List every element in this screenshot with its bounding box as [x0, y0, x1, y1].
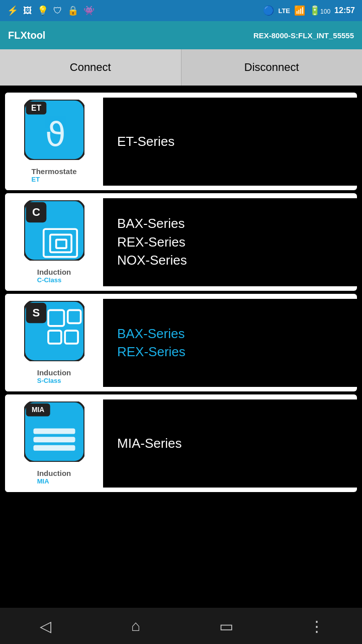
bottom-navigation: ◁ ⌂ ▭ ⋮ — [0, 608, 362, 644]
device-list: ET ϑ Thermostate ET ET-Series C — [0, 86, 362, 499]
list-item[interactable]: MIA Induction MIA MIA-Series — [5, 394, 357, 492]
s-class-icon: S — [24, 301, 84, 361]
usb-icon: ⚡ — [7, 5, 18, 16]
svg-text:ET: ET — [31, 104, 41, 112]
more-button[interactable]: ⋮ — [302, 611, 332, 641]
disconnect-button[interactable]: Disconnect — [182, 49, 363, 86]
c-class-card-sub: C-Class — [37, 276, 71, 284]
status-bar: ⚡ 🖼 💡 🛡 🔒 👾 🔵 LTE 📶 🔋100 12:57 — [0, 0, 362, 21]
mia-icon: MIA — [24, 401, 84, 462]
app-bar: FLXtool REX-8000-S:FLX_INT_55555 — [0, 21, 362, 49]
svg-text:MIA: MIA — [32, 406, 44, 414]
svg-rect-26 — [33, 445, 75, 451]
mia-right: MIA-Series — [103, 399, 357, 488]
mia-series-label: MIA-Series — [117, 434, 182, 452]
bax-rex-highlight-label: BAX-SeriesREX-Series — [117, 325, 186, 361]
svg-text:ϑ: ϑ — [45, 116, 66, 153]
et-series-label: ET-Series — [117, 132, 174, 150]
s-class-card-sub: S-Class — [37, 377, 71, 384]
mia-card-label: Induction — [37, 469, 71, 477]
status-time: 12:57 — [334, 6, 355, 15]
svg-rect-24 — [33, 429, 75, 434]
bax-rex-nox-label: BAX-SeriesREX-SeriesNOX-Series — [117, 214, 187, 269]
c-class-card-label: Induction — [37, 268, 71, 276]
app-title: FLXtool — [8, 30, 45, 41]
list-item[interactable]: S Induction S-Class BAX-SeriesREX-Series — [5, 294, 357, 391]
recents-button[interactable]: ▭ — [211, 611, 241, 641]
app-device: REX-8000-S:FLX_INT_55555 — [253, 31, 354, 40]
et-right: ET-Series — [103, 98, 357, 186]
list-item[interactable]: C Induction C-Class BAX-SeriesREX-Series… — [5, 193, 357, 291]
back-button[interactable]: ◁ — [30, 611, 60, 641]
bluetooth-icon: 🔵 — [263, 5, 274, 16]
svg-rect-25 — [33, 437, 75, 442]
c-class-icon: C — [24, 200, 84, 261]
bulb-icon: 💡 — [37, 5, 48, 16]
connect-button[interactable]: Connect — [0, 49, 182, 86]
svg-text:C: C — [32, 206, 40, 218]
s-class-card-label: Induction — [37, 368, 71, 377]
s-class-right: BAX-SeriesREX-Series — [103, 299, 357, 387]
home-button[interactable]: ⌂ — [121, 611, 151, 641]
mia-card-sub: MIA — [37, 477, 71, 485]
status-right-icons: 🔵 LTE 📶 🔋100 12:57 — [263, 5, 355, 16]
svg-text:S: S — [32, 306, 40, 319]
list-item[interactable]: ET ϑ Thermostate ET ET-Series — [5, 93, 357, 190]
mia-card: MIA Induction MIA — [5, 394, 103, 492]
bottom-spacer — [0, 499, 362, 539]
s-class-card: S Induction S-Class — [5, 294, 103, 391]
shield-icon: 🛡 — [53, 6, 62, 16]
et-card: ET ϑ Thermostate ET — [5, 93, 103, 190]
action-buttons: Connect Disconnect — [0, 49, 362, 86]
lock-icon: 🔒 — [67, 5, 78, 16]
battery-icon: 🔋100 — [309, 5, 330, 16]
signal-icon: 📶 — [294, 5, 305, 16]
status-left-icons: ⚡ 🖼 💡 🛡 🔒 👾 — [7, 5, 95, 16]
lte-icon: LTE — [278, 7, 290, 15]
image-icon: 🖼 — [23, 6, 32, 16]
bug-icon: 👾 — [83, 5, 95, 16]
et-card-sub: ET — [31, 176, 76, 183]
c-class-right: BAX-SeriesREX-SeriesNOX-Series — [103, 198, 357, 286]
et-icon: ET ϑ — [24, 100, 84, 160]
c-class-card: C Induction C-Class — [5, 193, 103, 291]
et-card-label: Thermostate — [31, 167, 76, 176]
